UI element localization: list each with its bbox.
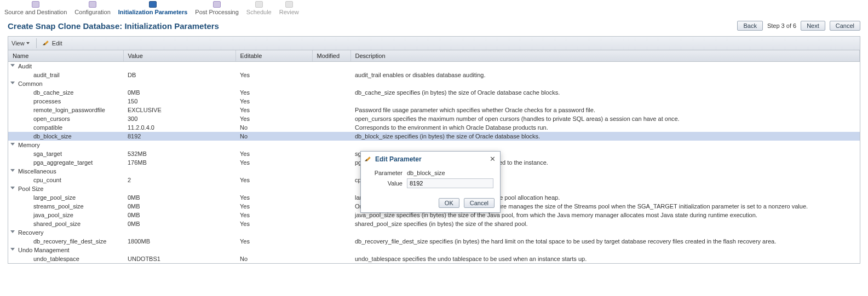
dialog-cancel-button[interactable]: Cancel [464,198,495,208]
table-group-row[interactable]: Undo Management [8,246,860,254]
table-row[interactable]: remote_login_passwordfileEXCLUSIVEYesPas… [8,106,860,114]
cell-modified [312,237,350,246]
disclosure-triangle-icon [10,82,15,84]
cell-value: DB [123,71,235,79]
dialog-title-wrap: Edit Parameter [365,155,422,163]
cell-description: shared_pool_size specifies (in bytes) th… [350,219,860,228]
table-row[interactable]: audit_trailDBYesaudit_trail enables or d… [8,71,860,79]
wizard-step-label: Source and Destination [4,9,67,15]
table-row[interactable]: compatible11.2.0.4.0NoCorresponds to the… [8,123,860,132]
cell-name: db_block_size [8,132,123,141]
view-menu[interactable]: View [12,40,30,47]
dialog-ok-button[interactable]: OK [439,198,459,208]
cell-value: UNDOTBS1 [123,254,235,263]
table-header-row: Name Value Editable Modified Description [8,50,860,62]
table-group-row[interactable]: Audit [8,62,860,71]
cell-editable: Yes [235,237,312,246]
col-value[interactable]: Value [123,50,235,62]
cell-value: 0MB [123,202,235,211]
cell-name: compatible [8,123,123,132]
dialog-param-value: db_block_size [407,170,445,176]
cell-value: 1800MB [123,237,235,246]
cell-editable: Yes [235,106,312,114]
cell-modified [312,97,350,106]
col-name[interactable]: Name [8,50,123,62]
dialog-footer: OK Cancel [361,195,500,212]
table-toolbar: View Edit [8,37,860,50]
wizard-step[interactable]: Configuration [74,1,110,15]
table-group-row[interactable]: Recovery [8,228,860,237]
cell-modified [312,132,350,141]
disclosure-triangle-icon [10,143,15,146]
view-menu-label: View [12,40,25,47]
wizard-step-label: Post Processing [195,9,238,15]
cell-editable: Yes [235,88,312,97]
wizard-step-box [255,1,263,8]
cell-name: sga_target [8,149,123,158]
col-editable[interactable]: Editable [235,50,312,62]
cell-value: 8192 [123,132,235,141]
table-row[interactable]: processes150Yes [8,97,860,106]
cell-editable: Yes [235,114,312,123]
cell-name: db_recovery_file_dest_size [8,237,123,246]
disclosure-triangle-icon [10,230,15,233]
table-row[interactable]: open_cursors300Yesopen_cursors specifies… [8,114,860,123]
back-button[interactable]: Back [737,21,762,31]
next-button[interactable]: Next [801,21,825,31]
wizard-step[interactable]: Review [279,1,299,15]
cell-modified [312,106,350,114]
header-buttons: Back Step 3 of 6 Next Cancel [737,21,860,31]
cell-value: 2 [123,176,235,184]
cell-modified [312,219,350,228]
wizard-step-box [89,1,96,8]
table-row[interactable]: db_cache_size0MBYesdb_cache_size specifi… [8,88,860,97]
wizard-step[interactable]: Post Processing [195,1,238,15]
cell-value: 532MB [123,149,235,158]
table-row[interactable]: db_recovery_file_dest_size1800MBYesdb_re… [8,237,860,246]
cell-editable: No [235,254,312,263]
col-description[interactable]: Description [350,50,860,62]
wizard-step-box [285,1,293,8]
wizard-step-box [213,1,221,8]
table-group-label: Audit [8,62,860,71]
cancel-button[interactable]: Cancel [830,21,860,31]
table-row[interactable]: undo_tablespaceUNDOTBS1Noundo_tablespace… [8,254,860,263]
cell-editable: Yes [235,71,312,79]
dialog-value-input[interactable] [407,178,493,188]
cell-modified [312,202,350,211]
wizard-step[interactable]: Schedule [246,1,272,15]
close-icon[interactable]: ✕ [490,155,496,163]
parameters-panel: View Edit Name Value Editable Modified D… [8,36,860,264]
table-group-label: Memory [8,141,860,149]
disclosure-triangle-icon [10,169,15,172]
cell-modified [312,123,350,132]
table-group-row[interactable]: Common [8,79,860,88]
table-group-row[interactable]: Memory [8,141,860,149]
cell-editable: Yes [235,149,312,158]
wizard-step-box [32,1,39,8]
table-group-label: Undo Management [8,246,860,254]
step-indicator: Step 3 of 6 [767,22,796,29]
wizard-step[interactable]: Initialization Parameters [118,1,188,15]
cell-editable: Yes [235,211,312,219]
cell-editable: No [235,123,312,132]
edit-button[interactable]: Edit [43,40,62,47]
cell-value: 0MB [123,193,235,202]
cell-modified [312,149,350,158]
table-row[interactable]: shared_pool_size0MBYesshared_pool_size s… [8,219,860,228]
wizard-step-label: Configuration [74,9,110,15]
wizard-step[interactable]: Source and Destination [4,1,67,15]
wizard-step-label: Initialization Parameters [118,9,188,15]
table-group-label: Recovery [8,228,860,237]
cell-modified [312,193,350,202]
cell-description: db_recovery_file_dest_size specifies (in… [350,237,860,246]
col-modified[interactable]: Modified [312,50,350,62]
cell-value: 150 [123,97,235,106]
cell-name: processes [8,97,123,106]
cell-name: pga_aggregate_target [8,158,123,167]
page-header: Create Snap Clone Database: Initializati… [0,15,868,36]
cell-modified [312,71,350,79]
table-row[interactable]: db_block_size8192Nodb_block_size specifi… [8,132,860,141]
cell-editable: Yes [235,176,312,184]
cell-editable: Yes [235,219,312,228]
